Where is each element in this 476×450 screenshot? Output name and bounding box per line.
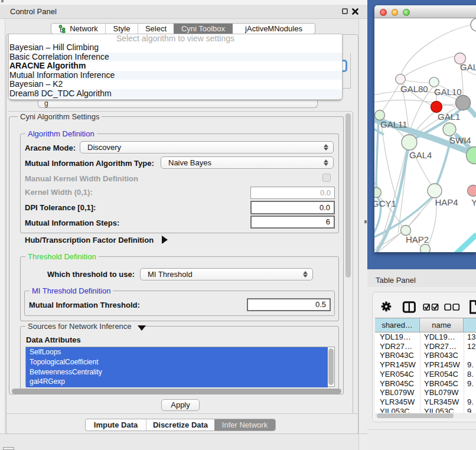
svg-text:YJ: YJ [471,197,476,207]
svg-text:GAL7: GAL7 [460,62,476,72]
svg-text:HAP2: HAP2 [406,234,429,244]
svg-text:GAL4: GAL4 [409,150,432,160]
svg-text:GCY1: GCY1 [374,198,396,208]
svg-text:GAL11: GAL11 [380,119,407,129]
svg-text:SWI4: SWI4 [449,135,471,145]
svg-text:GAL10: GAL10 [434,87,462,97]
svg-text:GAL80: GAL80 [400,84,428,94]
svg-text:HAP4: HAP4 [435,197,458,207]
svg-text:GAL1: GAL1 [438,112,460,122]
